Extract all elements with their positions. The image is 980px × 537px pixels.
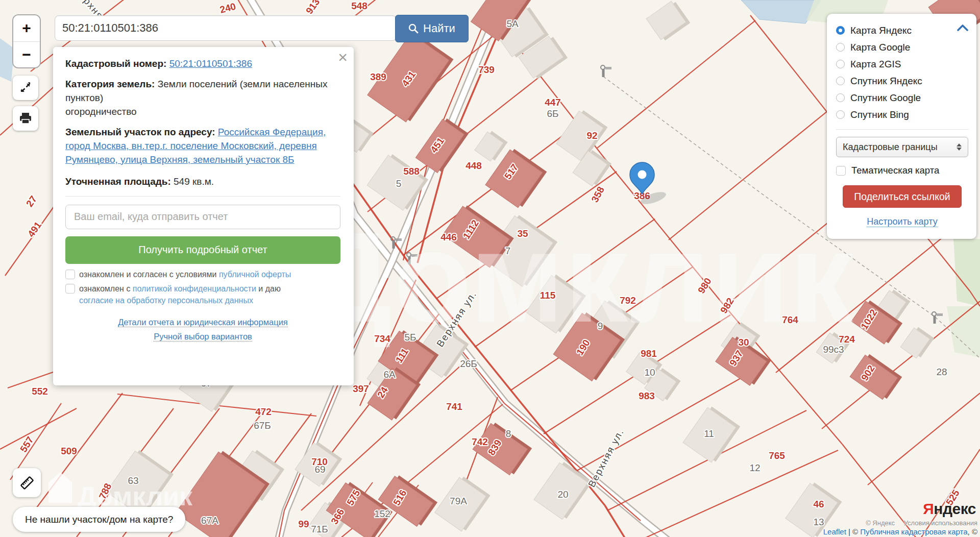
offer-link[interactable]: публичной оферты (219, 270, 291, 279)
radio-icon (836, 43, 845, 52)
parcel-label: 35 (517, 228, 528, 239)
layer-label: Спутник Bing (850, 109, 909, 120)
house-number-label: 8 (506, 428, 511, 439)
print-icon (19, 112, 32, 125)
parcel-label: 981 (641, 348, 657, 359)
search-icon (408, 23, 419, 34)
find-button[interactable]: Найти (395, 15, 469, 42)
fullscreen-button[interactable] (13, 76, 38, 100)
customize-map-link[interactable]: Настроить карту (867, 216, 937, 227)
cadastral-map-app: Домклик Домклик 548240913566739389431451… (0, 0, 980, 537)
terms-of-use-link[interactable]: Условия использования (904, 519, 977, 527)
print-button[interactable] (13, 106, 38, 131)
area-row: Уточненная площадь: 549 кв.м. (65, 175, 340, 189)
layer-option-yandex-map[interactable]: Карта Яндекс (836, 22, 968, 39)
manual-select-link[interactable]: Ручной выбор вариантов (154, 332, 252, 341)
offer-text: ознакомлен и согласен с условиями (79, 270, 216, 279)
parcel-label: 552 (32, 386, 48, 397)
layer-label: Спутник Google (850, 92, 921, 104)
yandex-logo-first: Я (923, 500, 934, 517)
yandex-logo-rest: ндекс (934, 500, 976, 517)
privacy-link[interactable]: политикой конфиденциальности (133, 284, 256, 293)
parcel-label: 447 (545, 97, 561, 108)
category-label: Категория земель: (65, 79, 155, 89)
find-button-label: Найти (423, 22, 455, 35)
ruler-icon (18, 474, 36, 492)
consent-link[interactable]: согласие на обработку персональных данны… (79, 296, 253, 305)
thematic-label: Тематическая карта (851, 165, 939, 176)
privacy-checkbox-row: ознакомлен с политикой конфиденциальност… (65, 283, 340, 306)
layer-option-yandex-sat[interactable]: Спутник Яндекс (836, 72, 968, 89)
collapse-chevron-icon[interactable] (957, 24, 968, 33)
radio-icon (836, 93, 845, 102)
privacy-checkbox[interactable] (65, 284, 75, 294)
parcel-label: 983 (639, 390, 655, 401)
layer-label: Карта Яндекс (850, 25, 912, 36)
share-link-button[interactable]: Поделиться ссылкой (843, 185, 962, 208)
attrib-separator: | © (846, 527, 860, 536)
close-icon[interactable]: × (338, 48, 348, 67)
ruler-button[interactable] (13, 468, 41, 497)
parcel-label: 742 (472, 436, 488, 447)
category-value2: огородничество (65, 106, 137, 117)
house-number-label: 10 (644, 367, 655, 378)
radio-icon (836, 60, 845, 68)
thematic-map-row[interactable]: Тематическая карта (836, 165, 968, 176)
layer-option-google-map[interactable]: Карта Google (836, 39, 968, 56)
area-value: 549 кв.м. (174, 176, 214, 187)
parcel-label: 30 (738, 337, 749, 348)
layer-label: Карта 2GIS (850, 59, 901, 70)
parcel-label: 792 (620, 295, 636, 306)
house-number-label: 99с3 (823, 344, 844, 355)
center-watermark: Домклик (301, 206, 853, 349)
thematic-checkbox[interactable] (836, 166, 846, 176)
parcel-label: 115 (540, 290, 556, 301)
leaflet-link[interactable]: Leaflet (823, 527, 846, 536)
house-number-label: 6Б (547, 108, 558, 119)
radio-icon (836, 110, 845, 119)
parcel-label: 92 (586, 130, 597, 141)
parcel-label: 724 (839, 334, 855, 345)
not-found-button[interactable]: Не нашли участок/дом на карте? (13, 507, 185, 532)
house-number-label: 67А (201, 515, 218, 526)
report-details-link[interactable]: Детали отчета и юридическая информация (118, 318, 288, 327)
house-number-label: 20 (557, 489, 568, 500)
parcel-label: 588 (403, 166, 420, 177)
cadastral-number-row: Кадастровый номер: 50:21:0110501:386 (65, 57, 340, 71)
offer-checkbox[interactable] (65, 270, 75, 279)
yandex-copyright: © Яндекс (866, 519, 895, 527)
privacy-text: ознакомлен с (79, 284, 130, 293)
layer-option-google-sat[interactable]: Спутник Google (836, 89, 968, 106)
house-number-label: 5А (506, 18, 519, 29)
category-row: Категория земель: Земли поселений (земли… (65, 78, 340, 119)
house-number-label: 152 (374, 508, 390, 519)
offer-checkbox-row: ознакомлен и согласен с условиями публич… (65, 269, 340, 280)
parcel-label: 764 (782, 314, 798, 325)
parcel-label: 389 (370, 71, 386, 82)
zoom-in-button[interactable]: + (13, 15, 40, 42)
layer-option-2gis-map[interactable]: Карта 2GIS (836, 56, 968, 72)
house-number-label: 71Б (311, 524, 328, 534)
parcel-label: 734 (374, 333, 390, 344)
parcel-label: 46 (813, 499, 824, 509)
privacy-text2: и даю (258, 284, 281, 293)
search-input[interactable] (55, 15, 397, 41)
layer-option-bing-sat[interactable]: Спутник Bing (836, 106, 968, 123)
pkk-link[interactable]: Публичная кадастровая карта (860, 527, 967, 536)
parcel-label: 741 (446, 401, 462, 412)
get-report-button[interactable]: Получить подробный отчет (65, 236, 340, 264)
house-number-label: 5 (396, 178, 402, 189)
cadastral-number-label: Кадастровый номер: (65, 58, 166, 69)
privacy-checkbox-text: ознакомлен с политикой конфиденциальност… (79, 283, 281, 306)
zoom-out-button[interactable]: − (13, 42, 40, 68)
house-number-label: 9 (598, 321, 603, 331)
zoom-control: + − (12, 14, 41, 68)
cadastral-number-link[interactable]: 50:21:0110501:386 (169, 58, 252, 69)
fullscreen-icon (19, 82, 32, 94)
parcel-label: 548 (351, 1, 368, 11)
boundaries-select[interactable]: Кадастровые границы (836, 137, 968, 157)
email-input[interactable] (65, 205, 340, 229)
parcel-label: 509 (61, 446, 77, 456)
house-number-label: 5Б (404, 332, 416, 343)
address-label: Земельный участок по адресу: (65, 127, 215, 137)
